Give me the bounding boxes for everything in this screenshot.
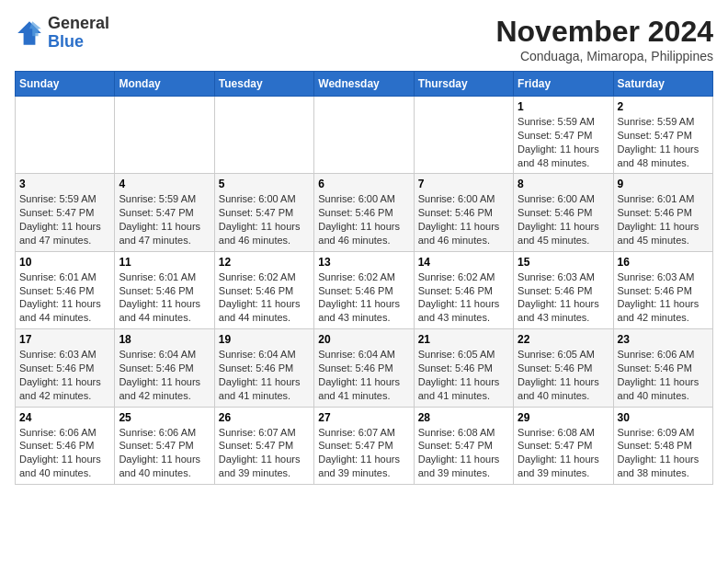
day-number-20: 20	[318, 333, 409, 346]
day-number-15: 15	[518, 256, 609, 269]
logo-icon	[15, 18, 44, 48]
day-cell-3: 3Sunrise: 5:59 AMSunset: 5:47 PMDaylight…	[16, 174, 115, 251]
logo: General Blue	[15, 15, 109, 52]
day-number-18: 18	[119, 333, 210, 346]
weekday-header-wednesday: Wednesday	[314, 72, 414, 97]
day-number-6: 6	[318, 178, 409, 190]
weekday-header-monday: Monday	[115, 72, 214, 97]
day-cell-25: 25Sunrise: 6:06 AMSunset: 5:47 PMDayligh…	[115, 407, 214, 484]
calendar: SundayMondayTuesdayWednesdayThursdayFrid…	[15, 71, 713, 485]
logo-general: General	[48, 14, 109, 32]
day-cell-27: 27Sunrise: 6:07 AMSunset: 5:47 PMDayligh…	[314, 407, 414, 484]
week-row-3: 10Sunrise: 6:01 AMSunset: 5:46 PMDayligh…	[16, 251, 713, 328]
day-info-10: Sunrise: 6:01 AMSunset: 5:46 PMDaylight:…	[19, 270, 110, 325]
day-number-7: 7	[418, 178, 509, 190]
day-number-23: 23	[618, 333, 709, 346]
day-cell-14: 14Sunrise: 6:02 AMSunset: 5:46 PMDayligh…	[414, 251, 513, 328]
day-info-16: Sunrise: 6:03 AMSunset: 5:46 PMDaylight:…	[618, 270, 709, 325]
day-info-24: Sunrise: 6:06 AMSunset: 5:46 PMDaylight:…	[19, 426, 110, 480]
day-info-20: Sunrise: 6:04 AMSunset: 5:46 PMDaylight:…	[318, 348, 409, 402]
day-info-3: Sunrise: 5:59 AMSunset: 5:47 PMDaylight:…	[19, 192, 110, 247]
title-area: November 2024 Conduaga, Mimaropa, Philip…	[495, 15, 713, 63]
day-cell-29: 29Sunrise: 6:08 AMSunset: 5:47 PMDayligh…	[514, 407, 613, 484]
header: General Blue November 2024 Conduaga, Mim…	[15, 15, 713, 63]
weekday-header-sunday: Sunday	[16, 72, 115, 97]
day-info-19: Sunrise: 6:04 AMSunset: 5:46 PMDaylight:…	[219, 348, 310, 402]
day-info-11: Sunrise: 6:01 AMSunset: 5:46 PMDaylight:…	[119, 270, 210, 325]
empty-cell	[214, 97, 313, 174]
day-cell-2: 2Sunrise: 5:59 AMSunset: 5:47 PMDaylight…	[613, 97, 712, 174]
day-info-26: Sunrise: 6:07 AMSunset: 5:47 PMDaylight:…	[219, 426, 310, 480]
day-number-25: 25	[119, 411, 210, 424]
day-number-2: 2	[618, 100, 709, 113]
day-number-26: 26	[219, 411, 310, 424]
empty-cell	[16, 97, 115, 174]
day-info-21: Sunrise: 6:05 AMSunset: 5:46 PMDaylight:…	[418, 348, 509, 402]
day-number-13: 13	[318, 256, 409, 269]
day-info-5: Sunrise: 6:00 AMSunset: 5:47 PMDaylight:…	[219, 192, 310, 247]
day-cell-10: 10Sunrise: 6:01 AMSunset: 5:46 PMDayligh…	[16, 251, 115, 328]
day-number-12: 12	[219, 256, 310, 269]
day-info-18: Sunrise: 6:04 AMSunset: 5:46 PMDaylight:…	[119, 348, 210, 402]
logo-blue: Blue	[48, 32, 84, 51]
empty-cell	[314, 97, 414, 174]
day-info-14: Sunrise: 6:02 AMSunset: 5:46 PMDaylight:…	[418, 270, 509, 325]
month-title: November 2024	[495, 15, 713, 49]
day-number-19: 19	[219, 333, 310, 346]
day-cell-26: 26Sunrise: 6:07 AMSunset: 5:47 PMDayligh…	[214, 407, 313, 484]
day-number-16: 16	[618, 256, 709, 269]
week-row-1: 1Sunrise: 5:59 AMSunset: 5:47 PMDaylight…	[16, 97, 713, 174]
day-info-6: Sunrise: 6:00 AMSunset: 5:46 PMDaylight:…	[318, 192, 409, 247]
day-number-3: 3	[19, 178, 110, 190]
day-cell-12: 12Sunrise: 6:02 AMSunset: 5:46 PMDayligh…	[214, 251, 313, 328]
weekday-header-thursday: Thursday	[414, 72, 513, 97]
day-number-28: 28	[418, 411, 509, 424]
day-info-28: Sunrise: 6:08 AMSunset: 5:47 PMDaylight:…	[418, 426, 509, 480]
day-info-2: Sunrise: 5:59 AMSunset: 5:47 PMDaylight:…	[618, 115, 709, 169]
day-number-30: 30	[618, 411, 709, 424]
day-cell-9: 9Sunrise: 6:01 AMSunset: 5:46 PMDaylight…	[613, 174, 712, 251]
day-number-24: 24	[19, 411, 110, 424]
day-number-11: 11	[119, 256, 210, 269]
empty-cell	[414, 97, 513, 174]
day-cell-15: 15Sunrise: 6:03 AMSunset: 5:46 PMDayligh…	[514, 251, 613, 328]
week-row-5: 24Sunrise: 6:06 AMSunset: 5:46 PMDayligh…	[16, 407, 713, 484]
day-number-1: 1	[518, 100, 609, 113]
day-info-23: Sunrise: 6:06 AMSunset: 5:46 PMDaylight:…	[618, 348, 709, 402]
day-cell-11: 11Sunrise: 6:01 AMSunset: 5:46 PMDayligh…	[115, 251, 214, 328]
day-cell-17: 17Sunrise: 6:03 AMSunset: 5:46 PMDayligh…	[16, 329, 115, 407]
empty-cell	[115, 97, 214, 174]
day-info-30: Sunrise: 6:09 AMSunset: 5:48 PMDaylight:…	[618, 426, 709, 480]
day-info-27: Sunrise: 6:07 AMSunset: 5:47 PMDaylight:…	[318, 426, 409, 480]
day-cell-21: 21Sunrise: 6:05 AMSunset: 5:46 PMDayligh…	[414, 329, 513, 407]
weekday-header-friday: Friday	[514, 72, 613, 97]
day-info-25: Sunrise: 6:06 AMSunset: 5:47 PMDaylight:…	[119, 426, 210, 480]
day-number-21: 21	[418, 333, 509, 346]
day-info-17: Sunrise: 6:03 AMSunset: 5:46 PMDaylight:…	[19, 348, 110, 402]
day-number-4: 4	[119, 178, 210, 190]
day-number-29: 29	[518, 411, 609, 424]
day-info-12: Sunrise: 6:02 AMSunset: 5:46 PMDaylight:…	[219, 270, 310, 325]
day-number-27: 27	[318, 411, 409, 424]
day-cell-22: 22Sunrise: 6:05 AMSunset: 5:46 PMDayligh…	[514, 329, 613, 407]
location: Conduaga, Mimaropa, Philippines	[495, 49, 713, 63]
weekday-header-saturday: Saturday	[613, 72, 712, 97]
day-cell-13: 13Sunrise: 6:02 AMSunset: 5:46 PMDayligh…	[314, 251, 414, 328]
day-cell-6: 6Sunrise: 6:00 AMSunset: 5:46 PMDaylight…	[314, 174, 414, 251]
day-info-9: Sunrise: 6:01 AMSunset: 5:46 PMDaylight:…	[618, 192, 709, 247]
day-cell-24: 24Sunrise: 6:06 AMSunset: 5:46 PMDayligh…	[16, 407, 115, 484]
day-cell-7: 7Sunrise: 6:00 AMSunset: 5:46 PMDaylight…	[414, 174, 513, 251]
day-cell-4: 4Sunrise: 5:59 AMSunset: 5:47 PMDaylight…	[115, 174, 214, 251]
weekday-header-tuesday: Tuesday	[214, 72, 313, 97]
day-cell-8: 8Sunrise: 6:00 AMSunset: 5:46 PMDaylight…	[514, 174, 613, 251]
day-info-4: Sunrise: 5:59 AMSunset: 5:47 PMDaylight:…	[119, 192, 210, 247]
week-row-4: 17Sunrise: 6:03 AMSunset: 5:46 PMDayligh…	[16, 329, 713, 407]
day-info-29: Sunrise: 6:08 AMSunset: 5:47 PMDaylight:…	[518, 426, 609, 480]
day-cell-18: 18Sunrise: 6:04 AMSunset: 5:46 PMDayligh…	[115, 329, 214, 407]
day-cell-30: 30Sunrise: 6:09 AMSunset: 5:48 PMDayligh…	[613, 407, 712, 484]
day-info-13: Sunrise: 6:02 AMSunset: 5:46 PMDaylight:…	[318, 270, 409, 325]
day-info-1: Sunrise: 5:59 AMSunset: 5:47 PMDaylight:…	[518, 115, 609, 169]
day-cell-1: 1Sunrise: 5:59 AMSunset: 5:47 PMDaylight…	[514, 97, 613, 174]
week-row-2: 3Sunrise: 5:59 AMSunset: 5:47 PMDaylight…	[16, 174, 713, 251]
day-cell-23: 23Sunrise: 6:06 AMSunset: 5:46 PMDayligh…	[613, 329, 712, 407]
